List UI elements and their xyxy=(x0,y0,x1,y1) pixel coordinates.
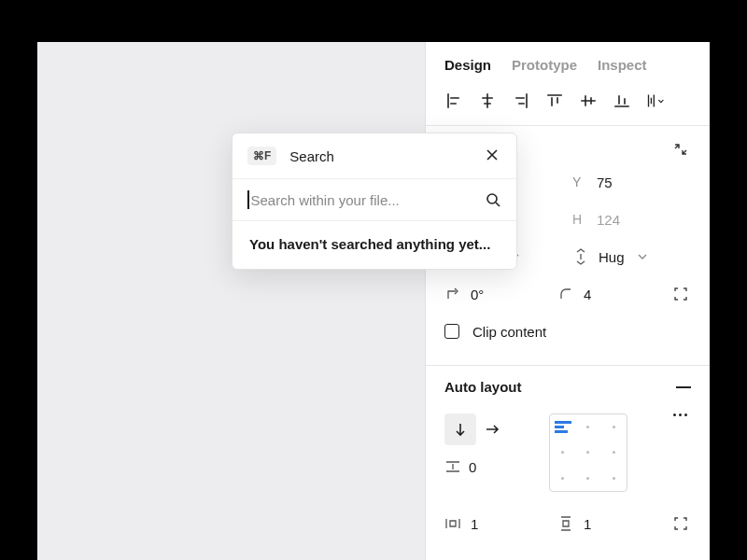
tab-design[interactable]: Design xyxy=(444,57,491,73)
rotation-icon xyxy=(444,286,461,302)
align-hcenter-icon[interactable] xyxy=(478,91,497,110)
direction-vertical-button[interactable] xyxy=(444,413,476,445)
align-bottom-icon[interactable] xyxy=(613,91,631,110)
chevron-down-icon[interactable] xyxy=(634,248,651,265)
svg-point-0 xyxy=(487,194,497,203)
padding-horizontal-icon xyxy=(444,515,461,532)
independent-corners-icon[interactable] xyxy=(670,284,691,304)
align-top-icon[interactable] xyxy=(545,91,564,110)
tab-prototype[interactable]: Prototype xyxy=(512,57,577,73)
search-popover-title: Search xyxy=(289,148,485,164)
item-spacing-value[interactable]: 0 xyxy=(469,459,476,475)
remove-autolayout-icon[interactable] xyxy=(676,386,691,388)
clip-content-checkbox[interactable] xyxy=(444,324,459,339)
align-right-icon[interactable] xyxy=(512,91,530,110)
search-icon[interactable] xyxy=(485,191,501,208)
search-input[interactable] xyxy=(251,192,486,208)
inspector-panel: Design Prototype Inspect xyxy=(425,42,710,560)
item-spacing-icon xyxy=(444,458,461,475)
y-value[interactable]: 75 xyxy=(597,175,613,190)
tab-inspect[interactable]: Inspect xyxy=(598,57,647,73)
alignment-grid[interactable] xyxy=(549,413,627,492)
autolayout-advanced-icon[interactable] xyxy=(669,413,691,416)
close-icon[interactable] xyxy=(485,147,501,164)
search-shortcut: ⌘F xyxy=(247,147,276,165)
height-hug-value[interactable]: Hug xyxy=(599,249,625,265)
clip-content-label: Clip content xyxy=(472,324,546,340)
padding-horizontal-value[interactable]: 1 xyxy=(471,516,478,532)
clip-content-row[interactable]: Clip content xyxy=(444,313,691,350)
rotation-value[interactable]: 0° xyxy=(471,287,484,302)
h-value[interactable]: 124 xyxy=(597,212,620,228)
canvas xyxy=(37,42,425,560)
padding-row: 1 1 xyxy=(444,505,691,542)
align-vcenter-icon[interactable] xyxy=(579,91,598,110)
autolayout-title: Auto layout xyxy=(444,379,522,395)
direction-horizontal-button[interactable] xyxy=(476,413,508,445)
panel-tabs: Design Prototype Inspect xyxy=(426,42,710,86)
padding-vertical-value[interactable]: 1 xyxy=(584,516,591,532)
search-empty-state: You haven't searched anything yet... xyxy=(249,236,500,252)
align-left-icon[interactable] xyxy=(444,91,463,110)
alignment-toolbar xyxy=(426,86,710,125)
padding-vertical-icon xyxy=(557,515,574,532)
hug-vertical-icon xyxy=(572,248,589,265)
y-label: Y xyxy=(572,175,587,189)
h-label: H xyxy=(572,212,587,227)
text-cursor xyxy=(247,190,249,209)
radius-value[interactable]: 4 xyxy=(584,287,591,302)
independent-padding-icon[interactable] xyxy=(670,513,691,534)
distribute-dropdown-icon[interactable] xyxy=(646,91,665,110)
resize-to-fit-icon[interactable] xyxy=(670,139,691,160)
autolayout-section: Auto layout xyxy=(426,366,710,557)
rotation-radius-row: 0° 4 xyxy=(444,275,691,313)
search-popover: ⌘F Search You haven't searched anything … xyxy=(232,133,517,270)
corner-radius-icon xyxy=(557,286,574,302)
